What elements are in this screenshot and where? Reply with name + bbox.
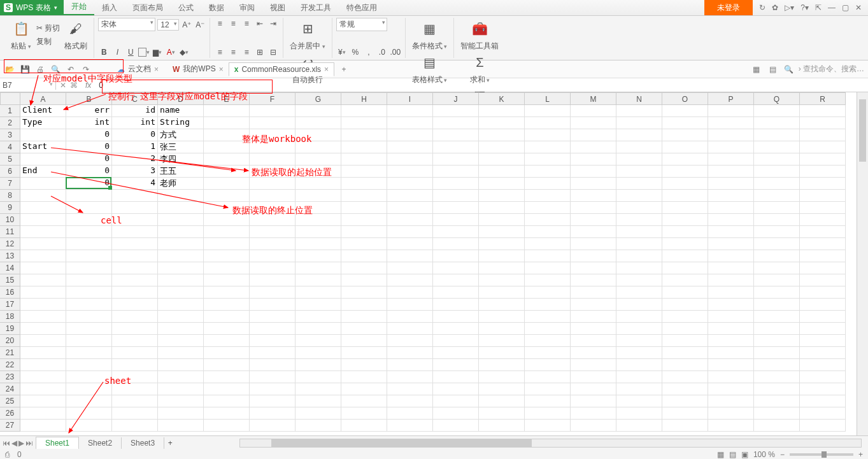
cell-M14[interactable] (571, 262, 616, 274)
cell-N9[interactable] (616, 202, 662, 214)
cell-C12[interactable] (112, 238, 158, 250)
sheet-next-icon[interactable]: ▶ (18, 439, 24, 448)
cell-O10[interactable] (662, 214, 708, 226)
cell-F26[interactable] (250, 407, 295, 420)
cell-J26[interactable] (433, 407, 479, 420)
cell-M26[interactable] (571, 407, 616, 420)
cell-D9[interactable] (158, 202, 204, 214)
cell-B23[interactable] (66, 371, 112, 383)
cell-N24[interactable] (616, 383, 662, 395)
cell-M13[interactable] (571, 250, 616, 262)
close-tab-icon[interactable]: × (219, 65, 224, 74)
col-header-J[interactable]: J (433, 92, 479, 105)
cell-Q21[interactable] (754, 347, 800, 359)
cell-K25[interactable] (479, 395, 525, 407)
cell-A17[interactable] (20, 299, 66, 311)
cell-I2[interactable] (387, 117, 433, 129)
cell-D20[interactable] (158, 335, 204, 347)
cell-E23[interactable] (204, 371, 250, 383)
highlight-button[interactable]: ◆ (178, 46, 190, 58)
cell-A23[interactable] (20, 371, 66, 383)
cell-K24[interactable] (479, 383, 525, 395)
cell-I11[interactable] (387, 226, 433, 238)
cell-J8[interactable] (433, 190, 479, 202)
cell-R22[interactable] (800, 359, 846, 371)
cell-F27[interactable] (250, 420, 295, 432)
new-tab-icon[interactable]: + (338, 64, 350, 75)
cell-H11[interactable] (341, 226, 387, 238)
cell-Q10[interactable] (754, 214, 800, 226)
cell-O25[interactable] (662, 395, 708, 407)
close-tab-icon[interactable]: × (324, 65, 329, 74)
increase-font-icon[interactable]: A⁺ (181, 19, 192, 31)
cell-B19[interactable] (66, 323, 112, 335)
cell-Q2[interactable] (754, 117, 800, 129)
cell-B8[interactable] (66, 190, 112, 202)
cell-H17[interactable] (341, 299, 387, 311)
cell-P2[interactable] (708, 117, 754, 129)
cell-H20[interactable] (341, 335, 387, 347)
cell-I20[interactable] (387, 335, 433, 347)
cell-R4[interactable] (800, 141, 846, 153)
cut-button[interactable]: ✂ 剪切 (36, 23, 60, 34)
sum-icon[interactable]: Σ (469, 52, 490, 73)
formula-input[interactable]: 0 (95, 81, 868, 90)
align-left-icon[interactable]: ≡ (214, 46, 225, 58)
align-bottom-icon[interactable]: ≡ (241, 18, 252, 29)
cell-P10[interactable] (708, 214, 754, 226)
cell-I22[interactable] (387, 359, 433, 371)
cell-P18[interactable] (708, 311, 754, 323)
cell-G5[interactable] (295, 153, 341, 166)
cell-A22[interactable] (20, 359, 66, 371)
col-header-F[interactable]: F (250, 92, 295, 105)
cell-R27[interactable] (800, 420, 846, 432)
cell-C24[interactable] (112, 383, 158, 395)
smart-toolbox-icon[interactable]: 🧰 (469, 18, 490, 39)
row-header-24[interactable]: 24 (0, 383, 20, 395)
cell-F10[interactable] (250, 214, 295, 226)
cell-B26[interactable] (66, 407, 112, 420)
cell-F19[interactable] (250, 323, 295, 335)
border-button[interactable] (138, 46, 150, 58)
cell-C10[interactable] (112, 214, 158, 226)
redo-icon[interactable]: ↷ (80, 64, 92, 75)
cell-O12[interactable] (662, 238, 708, 250)
cell-Q26[interactable] (754, 407, 800, 420)
menu-tab-0[interactable]: 开始 (64, 0, 94, 15)
row-header-1[interactable]: 1 (0, 105, 20, 117)
currency-icon[interactable]: ¥ (336, 46, 348, 58)
italic-button[interactable]: I (111, 46, 123, 58)
cell-I14[interactable] (387, 262, 433, 274)
cell-C23[interactable] (112, 371, 158, 383)
row-header-7[interactable]: 7 (0, 178, 20, 190)
cell-I27[interactable] (387, 420, 433, 432)
cell-G27[interactable] (295, 420, 341, 432)
cell-R14[interactable] (800, 262, 846, 274)
cell-F16[interactable] (250, 286, 295, 299)
cell-E12[interactable] (204, 238, 250, 250)
cell-C27[interactable] (112, 420, 158, 432)
cell-A24[interactable] (20, 383, 66, 395)
cell-J16[interactable] (433, 286, 479, 299)
cell-O18[interactable] (662, 311, 708, 323)
cell-O5[interactable] (662, 153, 708, 166)
cell-E14[interactable] (204, 262, 250, 274)
sheet-last-icon[interactable]: ⏭ (25, 439, 33, 448)
cell-M18[interactable] (571, 311, 616, 323)
align-middle-icon[interactable]: ≡ (227, 18, 239, 29)
cell-R10[interactable] (800, 214, 846, 226)
cell-P17[interactable] (708, 299, 754, 311)
cell-L21[interactable] (525, 347, 571, 359)
cell-C6[interactable]: 3 (112, 166, 158, 178)
cell-F11[interactable] (250, 226, 295, 238)
fx-icon[interactable]: fx (82, 81, 95, 90)
list-view-icon[interactable]: ▤ (767, 64, 779, 75)
cell-I23[interactable] (387, 371, 433, 383)
cell-L4[interactable] (525, 141, 571, 153)
cell-E20[interactable] (204, 335, 250, 347)
cell-Q16[interactable] (754, 286, 800, 299)
merge-icon[interactable]: ⊞ (297, 18, 318, 39)
cell-N27[interactable] (616, 420, 662, 432)
cond-format-button[interactable]: 条件格式 (412, 41, 448, 52)
indent-inc-icon[interactable]: ⇥ (267, 18, 279, 29)
